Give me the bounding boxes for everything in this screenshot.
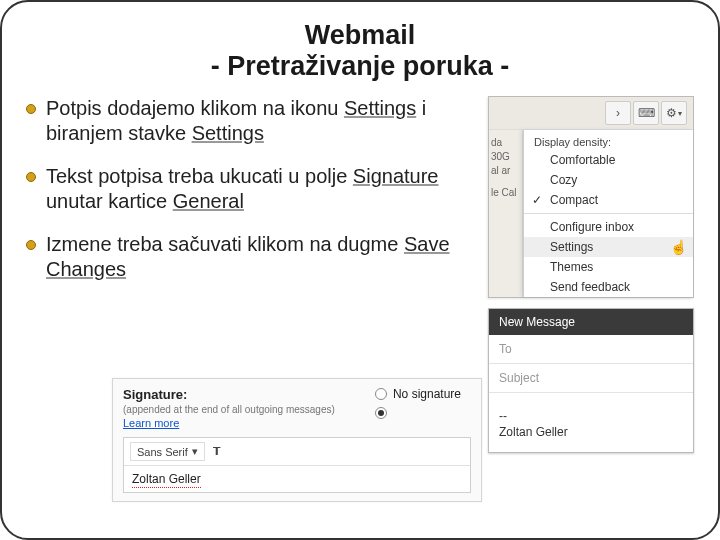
gmail-dropdown: Display density: Comfortable Cozy Compac… — [523, 130, 693, 297]
no-signature-radio[interactable]: No signature — [375, 387, 461, 401]
signature-header-row: Signature: (appended at the end of all o… — [123, 387, 471, 429]
bullet-icon — [26, 172, 36, 182]
learn-more-link[interactable]: Learn more — [123, 417, 335, 429]
radio-icon — [375, 388, 387, 400]
display-density-label: Display density: — [524, 130, 693, 150]
gmail-side-fragment: da 30G al ar le Cal — [489, 130, 523, 297]
signature-value: Zoltan Geller — [132, 472, 201, 488]
gmail-toolbar: › ⌨ ⚙▾ — [489, 97, 693, 130]
bullet-icon — [26, 104, 36, 114]
bullet-icon — [26, 240, 36, 250]
density-cozy[interactable]: Cozy — [524, 170, 693, 190]
title-line-2: - Pretraživanje poruka - — [26, 51, 694, 82]
compose-body[interactable]: -- Zoltan Geller — [489, 393, 693, 452]
gear-icon[interactable]: ⚙▾ — [661, 101, 687, 125]
compose-subject-field[interactable]: Subject — [489, 364, 693, 393]
screenshots-column: › ⌨ ⚙▾ da 30G al ar le Cal Display densi… — [488, 96, 694, 453]
text-size-icon[interactable]: 𝗧 — [209, 445, 225, 458]
signature-label-block: Signature: (appended at the end of all o… — [123, 387, 335, 429]
density-compact[interactable]: Compact — [524, 190, 693, 210]
menu-settings[interactable]: Settings ☝ — [524, 237, 693, 257]
pointer-cursor-icon: ☝ — [670, 239, 687, 255]
chevron-right-icon[interactable]: › — [605, 101, 631, 125]
bullet-1-text: Potpis dodajemo klikom na ikonu Settings… — [46, 96, 474, 146]
chevron-down-icon: ▾ — [192, 445, 198, 458]
gmail-menu-body: da 30G al ar le Cal Display density: Com… — [489, 130, 693, 297]
signature-label: Signature: — [123, 387, 335, 402]
signature-editor: Sans Serif ▾ 𝗧 Zoltan Geller — [123, 437, 471, 493]
slide-title: Webmail - Pretraživanje poruka - — [26, 20, 694, 82]
signature-toolbar: Sans Serif ▾ 𝗧 — [124, 438, 470, 466]
radio-icon — [375, 407, 387, 419]
slide-frame: Webmail - Pretraživanje poruka - Potpis … — [0, 0, 720, 540]
title-line-1: Webmail — [26, 20, 694, 51]
bullet-3: Izmene treba sačuvati klikom na dugme Sa… — [26, 232, 474, 282]
compose-window: New Message To Subject -- Zoltan Geller — [488, 308, 694, 453]
signature-settings-panel: Signature: (appended at the end of all o… — [112, 378, 482, 502]
font-select[interactable]: Sans Serif ▾ — [130, 442, 205, 461]
menu-themes[interactable]: Themes — [524, 257, 693, 277]
bullet-2-text: Tekst potpisa treba ukucati u polje Sign… — [46, 164, 474, 214]
signature-radio-group: No signature — [375, 387, 471, 419]
gmail-settings-menu: › ⌨ ⚙▾ da 30G al ar le Cal Display densi… — [488, 96, 694, 298]
signature-dashes: -- — [499, 409, 683, 425]
bullet-3-text: Izmene treba sačuvati klikom na dugme Sa… — [46, 232, 474, 282]
menu-separator — [524, 213, 693, 214]
keyboard-icon[interactable]: ⌨ — [633, 101, 659, 125]
compose-title: New Message — [489, 309, 693, 335]
compose-to-field[interactable]: To — [489, 335, 693, 364]
signature-name: Zoltan Geller — [499, 425, 683, 441]
bullet-1: Potpis dodajemo klikom na ikonu Settings… — [26, 96, 474, 146]
signature-textarea[interactable]: Zoltan Geller — [124, 466, 470, 492]
menu-configure-inbox[interactable]: Configure inbox — [524, 217, 693, 237]
menu-send-feedback[interactable]: Send feedback — [524, 277, 693, 297]
density-comfortable[interactable]: Comfortable — [524, 150, 693, 170]
use-signature-radio[interactable] — [375, 407, 461, 419]
bullet-2: Tekst potpisa treba ukucati u polje Sign… — [26, 164, 474, 214]
signature-subtext: (appended at the end of all outgoing mes… — [123, 404, 335, 415]
